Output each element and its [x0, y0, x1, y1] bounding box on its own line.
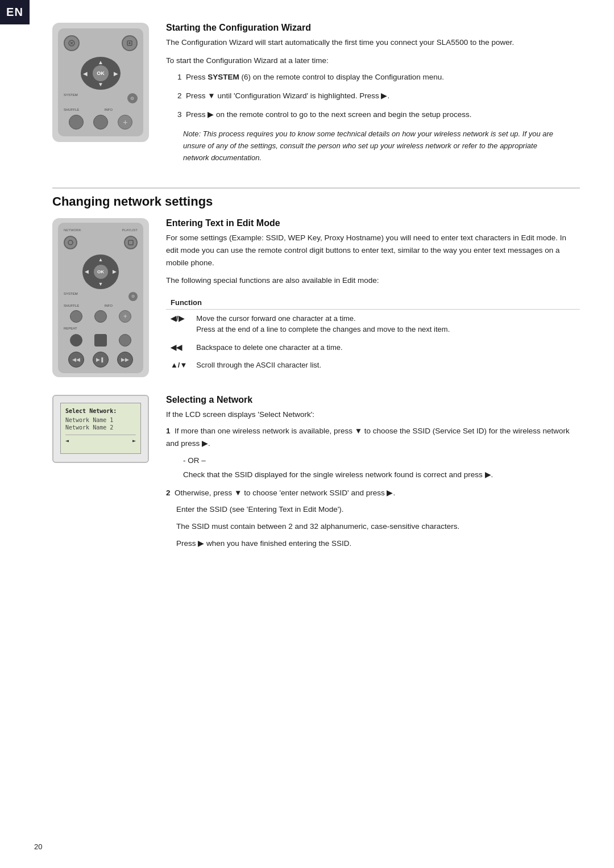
top-left-btn [64, 35, 80, 51]
func-desc-2: Backspace to delete one character at a t… [192, 339, 580, 357]
step-2: 2 Press ▼ until 'Configuration Wizard' i… [177, 90, 580, 103]
config-note: Note: This process requires you to know … [183, 128, 563, 164]
lcd-item-1: Network Name 1 [65, 416, 136, 424]
config-wizard-later: To start the Configuration Wizard at a l… [166, 55, 580, 67]
func-symbol-2: ◀◀ [166, 339, 192, 357]
select-network-text: Selecting a Network If the LCD screen di… [166, 395, 580, 555]
dpad: ▲ ▼ ◀ ▶ OK [81, 57, 121, 90]
edit-mode-special: The following special functions are also… [166, 274, 580, 287]
config-wizard-title: Starting the Configuration Wizard [166, 23, 580, 33]
lcd-title: Select Network: [65, 408, 136, 414]
config-wizard-steps: 1 Press SYSTEM (6) on the remote control… [177, 71, 580, 122]
config-wizard-intro: The Configuration Wizard will start auto… [166, 36, 580, 49]
func-symbol-1: ◀/▶ [166, 309, 192, 339]
func-desc-3: Scroll through the ASCII character list. [192, 356, 580, 374]
language-tab: EN [0, 0, 30, 24]
config-wizard-section: ▲ ▼ ◀ ▶ OK SYSTEM ⚙ SHUFFLE INFO [52, 23, 580, 170]
step-3: 3 Press ▶ on the remote control to go to… [177, 108, 580, 122]
page-number: 20 [34, 842, 42, 851]
function-row-3: ▲/▼ Scroll through the ASCII character l… [166, 356, 580, 374]
playpause-btn: ▶❚ [93, 352, 109, 368]
function-table: Function ◀/▶ Move the cursor forward one… [166, 296, 580, 374]
top-right-btn [122, 35, 138, 51]
language-label: EN [6, 6, 23, 18]
top-right-btn-2 [124, 236, 138, 249]
rewind-btn: ◀◀ [68, 352, 84, 368]
config-wizard-text: Starting the Configuration Wizard The Co… [166, 23, 580, 170]
remote-image-bottom: NETWORKPLAYLIST ▲ ▼ [52, 218, 149, 383]
network-step-1: 1 If more than one wireless network is a… [166, 425, 580, 481]
svg-point-2 [68, 240, 73, 245]
dpad-2: ▲ ▼ ◀ ▶ OK [82, 254, 119, 289]
function-row-2: ◀◀ Backspace to delete one character at … [166, 339, 580, 357]
func-symbol-3: ▲/▼ [166, 356, 192, 374]
select-network-section: Select Network: Network Name 1 Network N… [52, 395, 580, 555]
lcd-image: Select Network: Network Name 1 Network N… [52, 395, 149, 555]
main-content: ▲ ▼ ◀ ▶ OK SYSTEM ⚙ SHUFFLE INFO [30, 0, 614, 600]
changing-network-title: Changing network settings [52, 194, 580, 209]
function-row-1: ◀/▶ Move the cursor forward one characte… [166, 309, 580, 339]
system-bold: SYSTEM [208, 73, 239, 81]
edit-mode-section: NETWORKPLAYLIST ▲ ▼ [52, 218, 580, 383]
step-1: 1 Press SYSTEM (6) on the remote control… [177, 71, 580, 84]
forward-btn: ▶▶ [117, 352, 133, 368]
select-network-title: Selecting a Network [166, 395, 580, 405]
edit-mode-title: Entering Text in Edit Mode [166, 218, 580, 228]
select-network-intro: If the LCD screen displays 'Select Netwo… [166, 408, 580, 421]
edit-mode-text: Entering Text in Edit Mode For some sett… [166, 218, 580, 383]
network-step-2: 2 Otherwise, press ▼ to choose 'enter ne… [166, 487, 580, 549]
edit-mode-intro: For some settings (Example: SSID, WEP Ke… [166, 232, 580, 269]
top-left-btn-2 [64, 236, 77, 249]
svg-rect-3 [128, 240, 133, 245]
lcd-nav-right: ► [132, 437, 136, 444]
lcd-item-2: Network Name 2 [65, 424, 136, 431]
remote-image-top: ▲ ▼ ◀ ▶ OK SYSTEM ⚙ SHUFFLE INFO [52, 23, 149, 170]
changing-network-section: Changing network settings NETWORKPLAYLIS… [52, 187, 580, 555]
func-desc-1: Move the cursor forward one character at… [192, 309, 580, 339]
lcd-nav-left: ◄ [65, 437, 69, 444]
function-header: Function [166, 296, 580, 310]
